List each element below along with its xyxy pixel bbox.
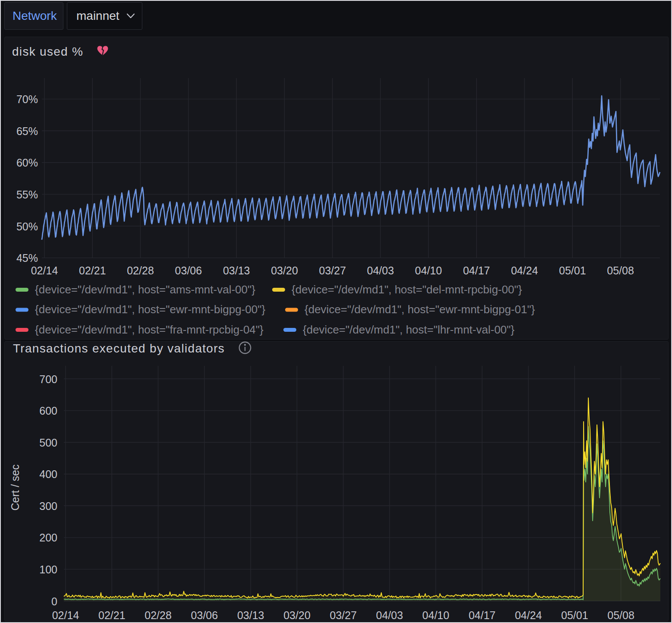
svg-text:disk used %: disk used % — [12, 45, 83, 58]
svg-text:02/28: 02/28 — [144, 609, 172, 621]
svg-text:02/14: 02/14 — [31, 264, 58, 277]
svg-text:200: 200 — [39, 532, 57, 544]
svg-text:02/14: 02/14 — [52, 609, 79, 621]
svg-text:03/27: 03/27 — [319, 264, 346, 277]
svg-text:03/20: 03/20 — [271, 264, 298, 277]
svg-text:{device="/dev/md1", host="ewr-: {device="/dev/md1", host="ewr-mnt-bigpg-… — [305, 303, 535, 316]
svg-text:700: 700 — [39, 373, 57, 385]
svg-text:400: 400 — [39, 468, 57, 480]
svg-text:Network: Network — [13, 9, 57, 22]
svg-text:{device="/dev/md1", host="del-: {device="/dev/md1", host="del-mnt-rpcbig… — [292, 283, 522, 296]
svg-text:50%: 50% — [16, 220, 38, 233]
svg-text:03/20: 03/20 — [283, 609, 311, 621]
svg-text:02/21: 02/21 — [98, 609, 126, 621]
svg-text:05/01: 05/01 — [561, 609, 588, 621]
svg-text:60%: 60% — [16, 157, 38, 169]
svg-text:70%: 70% — [16, 93, 38, 105]
svg-text:{device="/dev/md1", host="ams-: {device="/dev/md1", host="ams-mnt-val-00… — [35, 283, 255, 296]
svg-text:100: 100 — [39, 563, 57, 576]
svg-text:03/13: 03/13 — [237, 609, 264, 621]
svg-text:04/17: 04/17 — [463, 264, 490, 277]
svg-text:03/13: 03/13 — [223, 264, 250, 277]
svg-text:65%: 65% — [16, 125, 38, 137]
svg-text:Transactions executed by valid: Transactions executed by validators — [13, 342, 225, 355]
svg-text:04/24: 04/24 — [511, 264, 538, 277]
svg-text:03/06: 03/06 — [191, 609, 218, 621]
svg-text:600: 600 — [39, 405, 57, 417]
svg-text:04/03: 04/03 — [367, 264, 394, 277]
svg-text:55%: 55% — [16, 189, 38, 201]
svg-text:Cert / sec: Cert / sec — [9, 465, 21, 511]
svg-text:03/27: 03/27 — [330, 609, 357, 621]
svg-text:{device="/dev/md1", host="fra-: {device="/dev/md1", host="fra-mnt-rpcbig… — [35, 323, 264, 336]
svg-text:04/17: 04/17 — [468, 609, 496, 621]
svg-text:04/03: 04/03 — [376, 609, 403, 621]
svg-text:mainnet: mainnet — [76, 9, 119, 22]
svg-text:02/21: 02/21 — [79, 264, 106, 277]
svg-text:45%: 45% — [16, 252, 38, 264]
svg-text:04/10: 04/10 — [422, 609, 449, 621]
svg-text:05/08: 05/08 — [607, 264, 634, 277]
svg-text:04/10: 04/10 — [415, 264, 442, 277]
svg-text:05/08: 05/08 — [607, 609, 634, 621]
svg-text:04/24: 04/24 — [515, 609, 542, 621]
svg-text:{device="/dev/md1", host="ewr-: {device="/dev/md1", host="ewr-mnt-bigpg-… — [35, 303, 265, 316]
svg-text:{device="/dev/md1", host="lhr-: {device="/dev/md1", host="lhr-mnt-val-00… — [303, 323, 515, 336]
svg-text:02/28: 02/28 — [127, 264, 154, 277]
svg-text:03/06: 03/06 — [175, 264, 202, 277]
svg-text:300: 300 — [39, 500, 57, 512]
svg-text:500: 500 — [39, 437, 57, 449]
svg-text:05/01: 05/01 — [559, 264, 586, 277]
svg-text:0: 0 — [51, 595, 57, 607]
